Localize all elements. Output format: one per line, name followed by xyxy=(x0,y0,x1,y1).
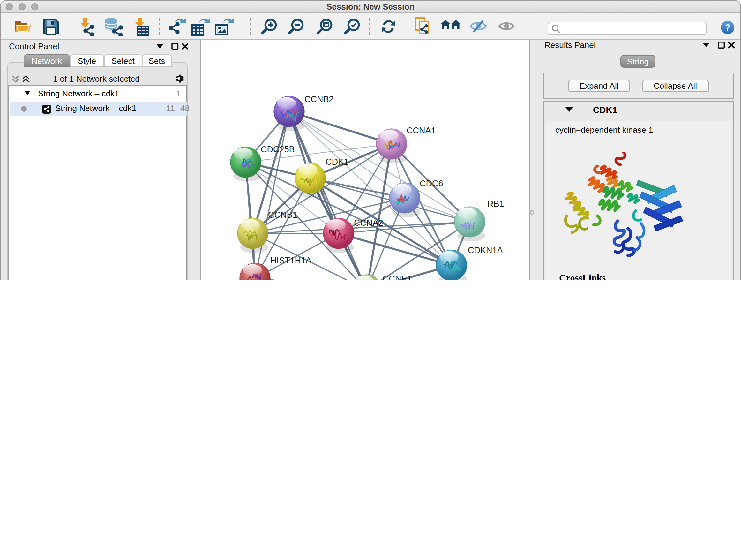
svg-text:?: ? xyxy=(725,22,731,33)
svg-text:CCNB2: CCNB2 xyxy=(305,95,334,104)
svg-text:CCNA1: CCNA1 xyxy=(407,126,436,135)
svg-text:CDK1: CDK1 xyxy=(326,157,348,167)
svg-text:CDKN1A: CDKN1A xyxy=(468,246,503,255)
svg-text:CDC25B: CDC25B xyxy=(261,145,295,154)
svg-text:CDC6: CDC6 xyxy=(420,179,443,188)
svg-text:CCNA2: CCNA2 xyxy=(354,218,383,228)
svg-text:HIST1H1A: HIST1H1A xyxy=(270,256,312,265)
svg-text:RB1: RB1 xyxy=(487,199,504,209)
svg-text:CCNE1: CCNE1 xyxy=(383,274,412,280)
svg-text:CCNB1: CCNB1 xyxy=(268,210,297,220)
